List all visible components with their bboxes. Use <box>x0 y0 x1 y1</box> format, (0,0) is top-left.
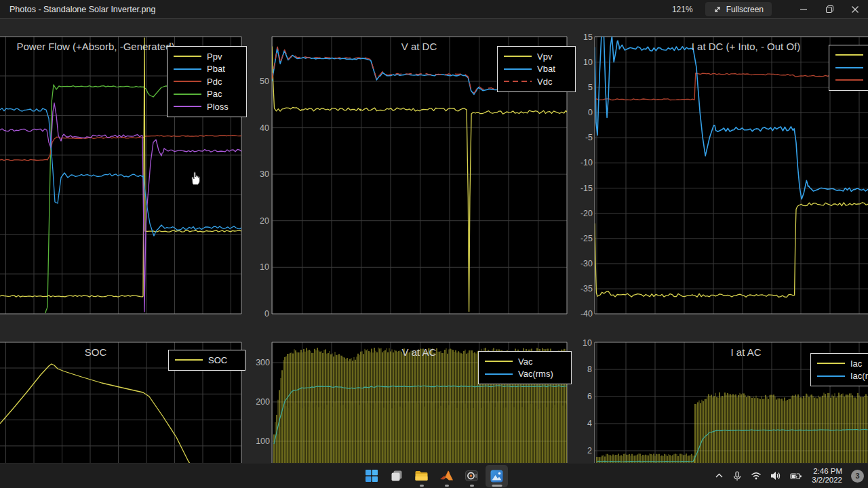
legend-v-at-dc: VpvVbatVdc <box>497 46 576 92</box>
legend-power-flow: PpvPbatPdcPacPloss <box>167 46 247 117</box>
legend-label: Vac <box>518 357 532 367</box>
tray-date: 3/2/2022 <box>812 476 842 484</box>
y-tick-label: 40 <box>260 123 269 133</box>
legend-label: Pbat <box>207 64 225 74</box>
y-tick-label: 50 <box>260 77 269 86</box>
y-tick-label: -10 <box>580 158 593 167</box>
taskbar: 2:46 PM 3/2/2022 3 <box>0 464 868 488</box>
tray-chevron-button[interactable] <box>711 465 727 487</box>
y-tick-label: 20 <box>260 216 269 226</box>
matlab-button[interactable] <box>435 465 458 487</box>
legend-entry <box>835 49 868 62</box>
legend-label: Vbat <box>537 64 555 74</box>
legend-entry: Vac(rms) <box>485 368 565 381</box>
tray-volume-button[interactable] <box>767 465 785 487</box>
file-explorer-icon <box>414 469 429 483</box>
plot-title-v-at-dc: V at DC <box>401 41 437 52</box>
speaker-icon <box>770 471 781 481</box>
plot-title-soc: SOC <box>85 346 107 358</box>
y-tick-label: -40 <box>580 309 593 319</box>
y-tick-label: -30 <box>580 259 593 268</box>
legend-i-at-dc <box>829 45 868 91</box>
y-tick-label: 10 <box>260 262 269 272</box>
y-tick-label: 4 <box>587 419 592 428</box>
legend-label: Ploss <box>207 102 229 112</box>
y-tick-label: 0 <box>264 309 269 319</box>
title-bar: Photos - Standalone Solar Inverter.png 1… <box>0 0 868 19</box>
y-tick-label: -25 <box>580 234 593 243</box>
plot-title-power-flow: Power Flow (+Absorb, -Generated) <box>16 41 174 52</box>
window-title: Photos - Standalone Solar Inverter.png <box>9 5 155 14</box>
legend-entry <box>835 74 868 87</box>
tray-microphone-button[interactable] <box>729 465 745 487</box>
legend-entry: Vdc <box>504 75 569 88</box>
y-tick-label: 6 <box>587 392 592 401</box>
plot-title-i-at-dc: I at DC (+ Into, - Out Of) <box>692 41 800 52</box>
y-tick-label: 10 <box>583 338 592 348</box>
legend-entry <box>835 62 868 75</box>
y-tick-label: 100 <box>256 436 270 446</box>
legend-entry: Pdc <box>174 75 240 88</box>
tray-battery-button[interactable] <box>787 465 806 487</box>
plot-title-i-at-ac: I at AC <box>730 346 761 358</box>
close-button[interactable] <box>842 0 868 18</box>
y-tick-label: -15 <box>580 184 593 193</box>
y-tick-label: 10 <box>583 58 593 67</box>
legend-label: Pac <box>207 89 222 99</box>
matlab-icon <box>439 469 454 483</box>
legend-label: Iac <box>850 359 862 369</box>
y-tick-label: 0 <box>588 108 593 117</box>
photo-canvas[interactable]: Power Flow (+Absorb, -Generated) V at DC… <box>0 18 868 464</box>
battery-charging-icon <box>790 472 802 481</box>
legend-entry: Pac <box>174 88 240 101</box>
legend-v-at-ac: VacVac(rms) <box>478 351 572 384</box>
legend-entry: Ppv <box>174 50 240 63</box>
y-tick-label: 30 <box>260 169 269 179</box>
legend-i-at-ac: IacIac(rms) <box>810 353 868 386</box>
tray-time: 2:46 PM <box>813 467 842 475</box>
y-tick-label: 8 <box>587 365 592 374</box>
hand-cursor <box>189 170 203 186</box>
chevron-up-icon <box>715 472 724 479</box>
task-view-button[interactable] <box>385 465 408 487</box>
y-tick-label: 300 <box>256 358 270 367</box>
wifi-icon <box>751 472 762 480</box>
y-tick-label: 15 <box>583 33 593 42</box>
minimize-button[interactable] <box>791 0 816 18</box>
legend-entry: Vpv <box>504 50 569 63</box>
legend-entry: SOC <box>175 354 239 367</box>
legend-entry: Iac(rms) <box>817 370 868 383</box>
task-view-icon <box>390 469 403 483</box>
legend-label: Vdc <box>537 77 552 87</box>
screen: Power Flow (+Absorb, -Generated) V at DC… <box>0 0 868 488</box>
legend-soc: SOC <box>168 350 245 371</box>
legend-entry: Iac <box>817 357 868 370</box>
legend-label: SOC <box>208 355 227 365</box>
zoom-level: 121% <box>672 5 693 14</box>
restore-button[interactable] <box>816 0 842 18</box>
start-button[interactable] <box>360 465 382 487</box>
legend-entry: Vac <box>485 355 565 368</box>
tray-network-button[interactable] <box>747 465 765 487</box>
plot-title-v-at-ac: V at AC <box>402 346 437 358</box>
camera-app-icon <box>465 469 479 483</box>
notification-badge[interactable]: 3 <box>851 470 864 483</box>
legend-entry: Ploss <box>174 100 240 113</box>
legend-label: Iac(rms) <box>850 371 868 381</box>
windows-logo-icon <box>365 469 378 483</box>
camera-app-button[interactable] <box>460 465 483 487</box>
photos-button[interactable] <box>486 465 508 487</box>
file-explorer-button[interactable] <box>410 465 433 487</box>
figure-plots <box>0 18 868 488</box>
fullscreen-expand-icon <box>713 5 722 14</box>
y-tick-label: -20 <box>580 209 593 218</box>
photos-icon <box>490 469 504 483</box>
legend-label: Vac(rms) <box>518 369 553 379</box>
fullscreen-button[interactable]: Fullscreen <box>705 2 772 16</box>
legend-label: Vpv <box>537 52 552 62</box>
tray-clock[interactable]: 2:46 PM 3/2/2022 <box>808 467 846 485</box>
y-tick-label: 200 <box>256 397 270 407</box>
y-tick-label: 5 <box>588 83 593 92</box>
legend-label: Pdc <box>207 77 222 87</box>
y-tick-label: -35 <box>580 284 593 293</box>
